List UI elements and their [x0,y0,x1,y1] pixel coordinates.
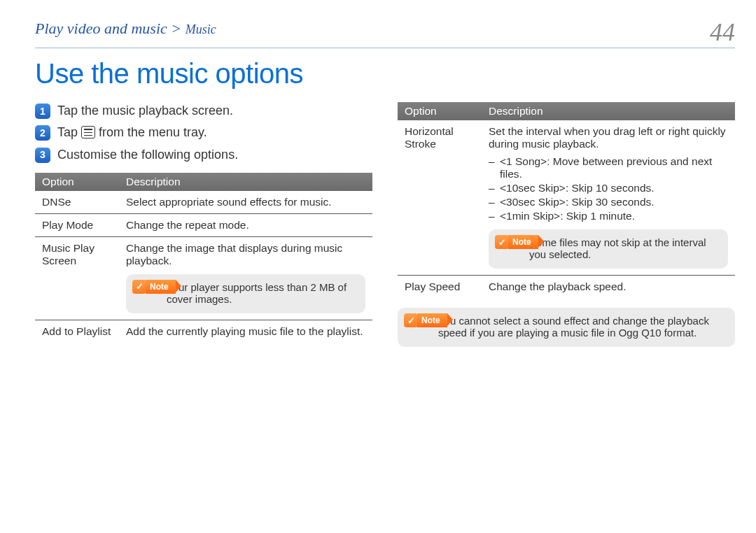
options-table-left: Option Description DNSe Select appropria… [35,173,372,343]
step-prefix: Tap [57,124,78,141]
note-flag: Note [146,280,176,294]
desc-text: Change the image that displays during mu… [126,242,342,266]
page-number: 44 [710,20,735,45]
note-block: ✓ Note Your player supports less than 2 … [126,274,365,313]
option-add-to-playlist-desc: Add the currently playing music file to … [119,320,372,343]
note-label: ✓ Note [495,235,538,249]
step-text: Customise the following options. [57,146,238,163]
option-play-mode-desc: Change the repeat mode. [119,213,372,236]
option-music-play-screen: Music Play Screen [35,236,119,320]
note-block: ✓ Note Some files may not skip at the in… [489,229,728,269]
breadcrumb: Play video and music > Music [35,20,216,38]
right-column: Option Description Horizontal Stroke Set… [398,102,735,347]
col-header-option: Option [35,173,119,191]
check-icon: ✓ [404,313,418,327]
menu-tray-icon [81,126,95,138]
step-1: 1 Tap the music playback screen. [35,102,372,119]
check-icon: ✓ [132,280,146,294]
col-header-description: Description [482,102,735,120]
step-2: 2 Tap from the menu tray. [35,124,372,141]
list-item: <1min Skip>: Skip 1 minute. [489,210,728,222]
note-flag: Note [508,235,538,249]
page-header: Play video and music > Music 44 [35,20,735,48]
list-item: <10sec Skip>: Skip 10 seconds. [489,182,728,194]
option-dnse-desc: Select appropriate sound effects for mus… [119,191,372,214]
option-dnse: DNSe [35,191,119,214]
breadcrumb-main: Play video and music > [35,20,181,37]
note-text: Your player supports less than 2 MB of c… [167,281,357,305]
desc-text: Set the interval when you drag left or r… [489,125,726,150]
note-block-final: ✓ Note You cannot select a sound effect … [398,308,735,347]
step-number-badge: 3 [35,148,50,163]
option-music-play-screen-desc: Change the image that displays during mu… [119,236,372,320]
note-text: You cannot select a sound effect and cha… [438,315,727,339]
check-icon: ✓ [495,235,509,249]
table-row: Add to Playlist Add the currently playin… [35,320,372,343]
options-table-right: Option Description Horizontal Stroke Set… [398,102,735,298]
list-item: <1 Song>: Move between previous and next… [489,155,728,180]
step-text: Tap from the menu tray. [57,124,207,141]
breadcrumb-sub: Music [186,22,216,36]
step-suffix: from the menu tray. [99,124,207,141]
note-label: ✓ Note [132,280,176,294]
option-horizontal-stroke: Horizontal Stroke [398,120,482,276]
table-row: Play Speed Change the playback speed. [398,276,735,299]
table-row: DNSe Select appropriate sound effects fo… [35,191,372,214]
note-text: Some files may not skip at the interval … [529,236,720,260]
list-item: <30sec Skip>: Skip 30 seconds. [489,196,728,208]
option-play-speed-desc: Change the playback speed. [482,276,735,299]
option-play-speed: Play Speed [398,276,482,299]
table-row: Music Play Screen Change the image that … [35,236,372,320]
page-title: Use the music options [35,58,735,90]
col-header-option: Option [398,102,482,120]
step-number-badge: 1 [35,104,50,119]
note-label: ✓ Note [404,313,447,327]
option-horizontal-stroke-desc: Set the interval when you drag left or r… [482,120,735,276]
left-column: 1 Tap the music playback screen. 2 Tap f… [35,102,372,347]
steps-list: 1 Tap the music playback screen. 2 Tap f… [35,102,372,163]
col-header-description: Description [119,173,372,191]
table-row: Horizontal Stroke Set the interval when … [398,120,735,276]
option-play-mode: Play Mode [35,213,119,236]
step-3: 3 Customise the following options. [35,146,372,163]
table-row: Play Mode Change the repeat mode. [35,213,372,236]
step-text: Tap the music playback screen. [57,102,233,119]
note-flag: Note [417,313,447,327]
stroke-options-list: <1 Song>: Move between previous and next… [489,155,728,222]
step-number-badge: 2 [35,125,50,141]
option-add-to-playlist: Add to Playlist [35,320,119,343]
